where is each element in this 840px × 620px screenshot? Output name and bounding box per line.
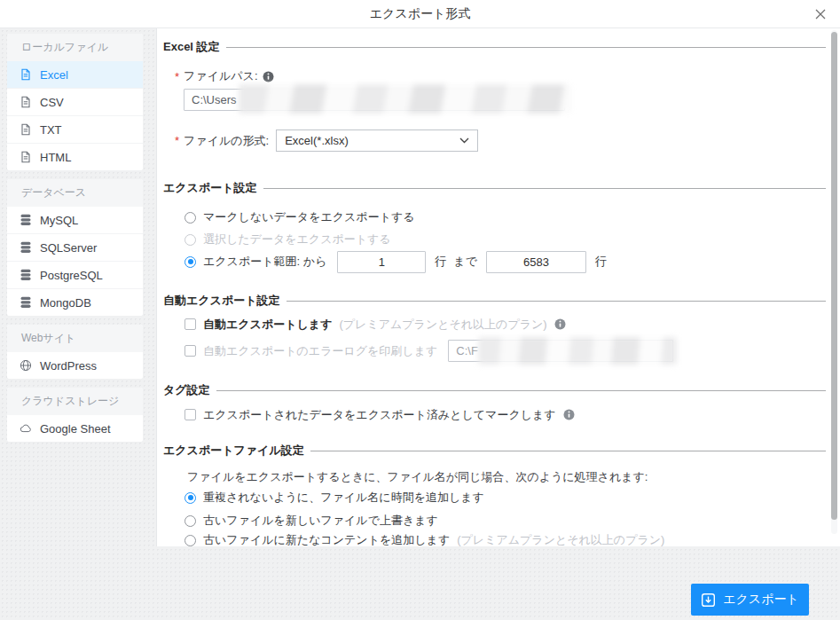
option-label: エクスポート範囲: から (203, 254, 326, 270)
option-label: 重複されないように、ファイル名に時間を追加します (203, 490, 484, 506)
sidebar-group-website: Webサイト WordPress (7, 325, 143, 379)
redacted-path-blur (478, 337, 677, 365)
sidebar-item-label: Excel (40, 68, 68, 82)
sidebar-item-txt[interactable]: TXT (7, 115, 143, 143)
export-button-label: エクスポート (723, 592, 799, 608)
radio-button-checked[interactable] (184, 492, 196, 504)
option-label: 選択したデータをエクスポートする (203, 232, 391, 247)
export-format-dialog: エクスポート形式 ローカルファイル Excel CSV TXT (0, 0, 840, 620)
checkbox-option-mark-exported[interactable]: エクスポートされたデータをエクスポート済みとしてマークします (184, 407, 826, 422)
file-format-row: * ファイルの形式: Excel(*.xlsx) (175, 129, 826, 152)
sidebar-item-wordpress[interactable]: WordPress (7, 352, 143, 379)
section-title-export-settings: エクスポート設定 (163, 181, 826, 195)
info-icon[interactable] (263, 71, 274, 82)
file-format-select[interactable]: Excel(*.xlsx) (276, 129, 478, 152)
database-icon (20, 214, 32, 226)
info-icon[interactable] (554, 318, 566, 330)
radio-button-checked[interactable] (184, 256, 196, 268)
sidebar-item-label: CSV (40, 96, 64, 109)
option-label: 古いファイルを新しいファイルで上書きます (203, 513, 438, 529)
file-format-selected-value: Excel(*.xlsx) (285, 134, 349, 147)
sidebar-item-label: WordPress (40, 359, 97, 373)
range-from-input[interactable] (337, 251, 426, 273)
option-label: 自動エクスポートのエラーログを印刷します (203, 343, 437, 359)
range-to-input[interactable] (486, 251, 586, 273)
info-icon[interactable] (563, 409, 575, 420)
database-icon (20, 241, 32, 254)
database-icon (20, 269, 32, 281)
section-title-text: エクスポート設定 (163, 181, 257, 195)
sidebar-item-mysql[interactable]: MySQL (7, 207, 143, 233)
settings-panel: Excel 設定 * ファイルパス: * ファイルの形式: (156, 28, 840, 546)
sidebar-group-header: ローカルファイル (7, 34, 143, 61)
option-label: 自動エクスポートします (203, 317, 332, 333)
radio-button[interactable] (184, 234, 196, 246)
file-format-label: ファイルの形式: (184, 133, 269, 149)
sidebar-item-label: MySQL (40, 214, 78, 227)
required-mark: * (175, 70, 179, 83)
file-icon (20, 123, 32, 136)
redacted-path-blur (239, 84, 572, 114)
sidebar-group-cloud-storage: クラウドストレージ Google Sheet (7, 388, 143, 442)
sidebar-item-sqlserver[interactable]: SQLServer (7, 233, 143, 261)
checkbox-option-auto-export[interactable]: 自動エクスポートします (プレミアムプランとそれ以上のプラン) (184, 317, 826, 332)
unit-label: 行 (435, 254, 446, 270)
checkbox[interactable] (184, 409, 196, 420)
sidebar-item-label: HTML (40, 151, 71, 164)
duplicate-filename-description: ファイルをエクスポートするときに、ファイル名が同じ場合、次のように処理されます: (187, 469, 826, 483)
cloud-icon (20, 422, 32, 435)
sidebar-group-header: データベース (7, 179, 143, 207)
chevron-down-icon (459, 137, 469, 144)
sidebar-group-header: Webサイト (7, 325, 143, 352)
unit-label: 行 (595, 254, 607, 270)
radio-option-append-content[interactable]: 古いファイルに新たなコンテントを追加します (プレミアムプランとそれ以上のプラン… (184, 533, 826, 547)
file-path-label-row: * ファイルパス: (175, 69, 826, 83)
section-title-text: タグ設定 (163, 383, 210, 397)
divider-line (287, 301, 826, 302)
radio-option-add-time[interactable]: 重複されないように、ファイル名に時間を追加します (184, 491, 826, 505)
radio-option-export-range[interactable]: エクスポート範囲: から 行 まで 行 (184, 251, 826, 272)
divider-line (310, 451, 826, 451)
sidebar-item-mongodb[interactable]: MongoDB (7, 288, 143, 316)
sidebar: ローカルファイル Excel CSV TXT HTML (7, 34, 143, 451)
dialog-title: エクスポート形式 (0, 0, 840, 27)
sidebar-item-google-sheet[interactable]: Google Sheet (7, 415, 143, 442)
export-icon (701, 593, 716, 608)
radio-option-overwrite[interactable]: 古いファイルを新しいファイルで上書きます (184, 514, 826, 528)
sidebar-item-label: PostgreSQL (40, 269, 103, 282)
dialog-body: ローカルファイル Excel CSV TXT HTML (0, 28, 840, 620)
checkbox[interactable] (184, 318, 196, 330)
sidebar-item-label: Google Sheet (40, 422, 111, 436)
to-label: まで (453, 254, 477, 270)
divider-line (216, 390, 826, 391)
close-button[interactable] (810, 4, 831, 25)
radio-option-export-selected[interactable]: 選択したデータをエクスポートする (184, 232, 826, 247)
error-log-path-field (448, 340, 673, 362)
scrollbar-thumb[interactable] (831, 32, 837, 520)
sidebar-item-csv[interactable]: CSV (7, 88, 143, 115)
sidebar-group-header: クラウドストレージ (7, 388, 143, 415)
radio-button[interactable] (184, 212, 196, 224)
radio-button[interactable] (184, 535, 196, 546)
radio-option-export-unmarked[interactable]: マークしないデータをエクスポートする (184, 210, 826, 224)
sidebar-item-html[interactable]: HTML (7, 143, 143, 170)
required-mark: * (175, 134, 179, 147)
sidebar-group-database: データベース MySQL SQLServer PostgreSQL MongoD… (7, 179, 143, 316)
section-title-auto-export-settings: 自動エクスポート設定 (163, 294, 826, 308)
section-title-text: エクスポートファイル設定 (163, 443, 304, 458)
globe-icon (20, 359, 32, 372)
divider-line (226, 47, 826, 48)
section-title-export-file-settings: エクスポートファイル設定 (163, 443, 826, 458)
option-label: エクスポートされたデータをエクスポート済みとしてマークします (203, 407, 556, 423)
section-title-text: 自動エクスポート設定 (163, 294, 280, 308)
checkbox[interactable] (184, 345, 196, 357)
sidebar-item-label: MongoDB (40, 296, 91, 310)
file-path-label: ファイルパス: (184, 68, 257, 84)
export-button[interactable]: エクスポート (691, 584, 809, 616)
option-label: マークしないデータをエクスポートする (203, 209, 415, 225)
checkbox-option-error-log[interactable]: 自動エクスポートのエラーログを印刷します (184, 340, 826, 362)
sidebar-item-excel[interactable]: Excel (7, 61, 143, 88)
sidebar-item-label: TXT (40, 123, 62, 137)
sidebar-item-postgresql[interactable]: PostgreSQL (7, 261, 143, 288)
radio-button[interactable] (184, 515, 196, 527)
